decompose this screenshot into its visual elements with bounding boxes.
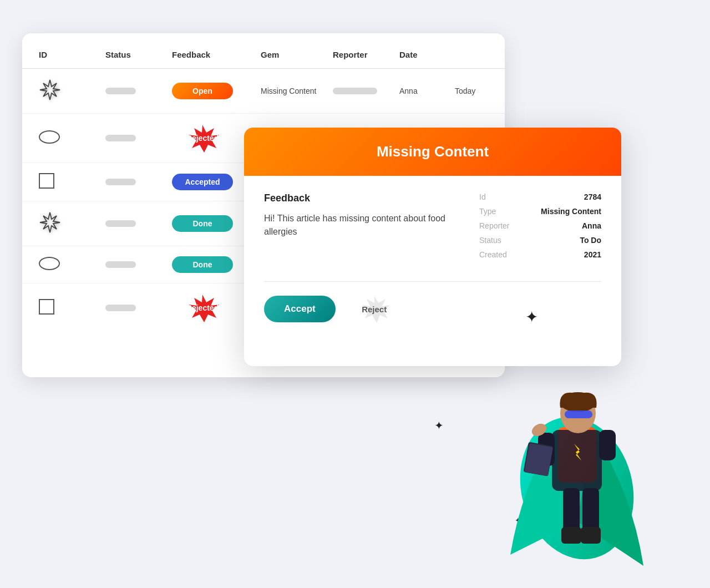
svg-rect-17	[565, 410, 592, 418]
detail-header: Missing Content	[244, 128, 621, 176]
reporter-cell: Anna	[399, 87, 455, 95]
detail-meta: Id 2784 Type Missing Content Reporter An…	[479, 192, 601, 265]
meta-created-row: Created 2021	[479, 250, 601, 259]
meta-reporter-value: Anna	[582, 221, 601, 230]
status-badge-open: Open	[172, 83, 261, 99]
meta-type-row: Type Missing Content	[479, 207, 601, 216]
meta-created-value: 2021	[584, 250, 601, 259]
detail-title: Missing Content	[260, 143, 606, 160]
col-id: ID	[39, 50, 105, 59]
table-row[interactable]: Open Missing Content Anna Today	[22, 69, 505, 114]
svg-rect-11	[563, 488, 580, 533]
svg-rect-12	[582, 488, 599, 533]
meta-type-label: Type	[479, 207, 496, 216]
meta-status-label: Status	[479, 236, 501, 245]
row-icon	[39, 79, 105, 103]
id-bar	[105, 261, 172, 268]
svg-rect-13	[561, 527, 581, 544]
detail-body: Feedback Hi! This article has missing co…	[244, 176, 621, 281]
feedback-cell: Missing Content	[261, 87, 333, 95]
hero-illustration	[488, 322, 666, 588]
feedback-label: Feedback	[264, 192, 463, 204]
meta-id-label: Id	[479, 192, 486, 201]
svg-rect-20	[524, 443, 553, 477]
col-gem: Gem	[261, 50, 333, 59]
meta-reporter-label: Reporter	[479, 221, 509, 230]
meta-created-label: Created	[479, 250, 507, 259]
detail-left: Feedback Hi! This article has missing co…	[264, 192, 463, 265]
col-status: Status	[105, 50, 172, 59]
meta-id-row: Id 2784	[479, 192, 601, 201]
row-icon	[39, 299, 105, 317]
table-header: ID Status Feedback Gem Reporter Date	[22, 50, 505, 69]
meta-type-value: Missing Content	[541, 207, 601, 216]
meta-status-row: Status To Do	[479, 236, 601, 245]
reject-label: Reject	[362, 305, 387, 314]
id-bar	[105, 305, 172, 311]
meta-status-value: To Do	[580, 236, 601, 245]
svg-marker-2	[40, 212, 60, 232]
svg-rect-14	[581, 527, 601, 544]
sparkle-icon: ✦	[434, 419, 444, 432]
feedback-content: Hi! This article has missing content abo…	[264, 212, 463, 239]
svg-marker-0	[40, 80, 60, 100]
svg-rect-9	[599, 430, 616, 460]
date-cell: Today	[455, 87, 510, 95]
col-feedback: Feedback	[172, 50, 261, 59]
id-bar	[105, 135, 172, 141]
row-icon	[39, 211, 105, 236]
row-icon	[39, 257, 105, 272]
id-bar	[105, 88, 172, 94]
meta-id-value: 2784	[584, 192, 601, 201]
col-date: Date	[399, 50, 455, 59]
row-icon	[39, 130, 105, 146]
gem-bar	[333, 88, 399, 94]
accept-button[interactable]: Accept	[264, 296, 336, 322]
meta-reporter-row: Reporter Anna	[479, 221, 601, 230]
col-reporter: Reporter	[333, 50, 399, 59]
id-bar	[105, 220, 172, 227]
row-icon	[39, 173, 105, 191]
svg-rect-7	[552, 430, 602, 491]
reject-button[interactable]: Reject	[347, 295, 402, 323]
id-bar	[105, 179, 172, 185]
